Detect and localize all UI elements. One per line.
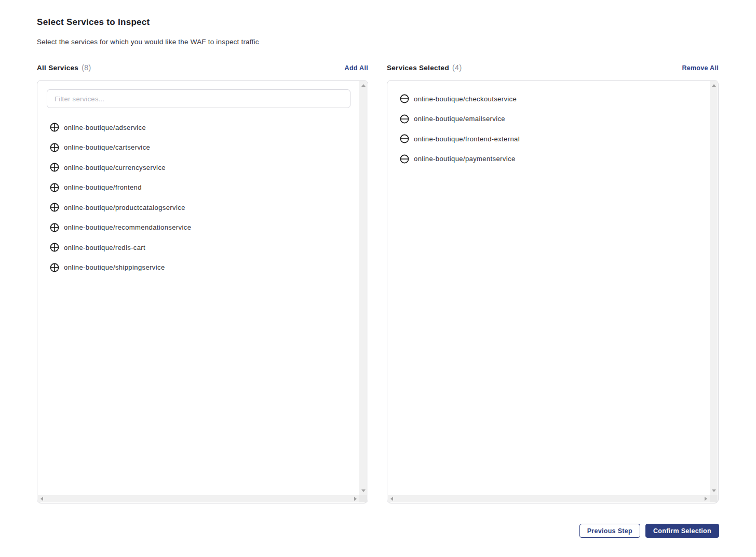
vertical-scrollbar[interactable] — [359, 81, 367, 495]
service-row[interactable]: online-boutique/frontend — [37, 178, 360, 198]
wizard-footer: Previous Step Confirm Selection — [37, 524, 719, 538]
all-services-list: online-boutique/adservice online-boutiqu… — [37, 117, 360, 277]
all-services-panel: online-boutique/adservice online-boutiqu… — [37, 80, 368, 503]
selected-services-panel-content: online-boutique/checkoutservice online-b… — [387, 81, 710, 496]
plus-circle-icon[interactable] — [50, 163, 59, 172]
add-all-link[interactable]: Add All — [345, 64, 368, 72]
all-services-header: All Services(8) Add All — [37, 63, 368, 72]
selected-services-header: Services Selected(4) Remove All — [387, 63, 719, 72]
service-row[interactable]: online-boutique/currencyservice — [37, 157, 360, 178]
dual-list-picker: All Services(8) Add All Services Selecte… — [37, 63, 719, 503]
horizontal-scrollbar[interactable] — [38, 495, 359, 502]
service-row[interactable]: online-boutique/cartservice — [37, 138, 360, 158]
all-services-label: All Services — [37, 64, 78, 72]
service-name: online-boutique/checkoutservice — [414, 95, 517, 103]
service-name: online-boutique/adservice — [64, 124, 146, 131]
scroll-down-icon[interactable] — [361, 489, 366, 492]
vertical-scrollbar[interactable] — [710, 81, 718, 495]
scroll-right-icon[interactable] — [354, 497, 357, 501]
scroll-left-icon[interactable] — [390, 497, 393, 501]
selected-services-list: online-boutique/checkoutservice online-b… — [387, 89, 710, 169]
plus-circle-icon[interactable] — [50, 143, 59, 152]
service-name: online-boutique/emailservice — [414, 115, 505, 123]
remove-all-link[interactable]: Remove All — [682, 64, 719, 72]
service-row[interactable]: online-boutique/frontend-external — [387, 129, 710, 149]
plus-circle-icon[interactable] — [50, 203, 59, 212]
page-title: Select Services to Inspect — [37, 17, 719, 28]
plus-circle-icon[interactable] — [50, 243, 59, 252]
selected-services-title-group: Services Selected(4) — [387, 63, 462, 72]
service-row[interactable]: online-boutique/adservice — [37, 117, 360, 138]
service-name: online-boutique/cartservice — [64, 143, 150, 151]
minus-circle-icon[interactable] — [400, 94, 409, 103]
scroll-left-icon[interactable] — [40, 497, 43, 501]
service-name: online-boutique/currencyservice — [64, 164, 166, 171]
service-row[interactable]: online-boutique/paymentservice — [387, 149, 710, 169]
scroll-up-icon[interactable] — [361, 84, 366, 87]
service-name: online-boutique/paymentservice — [414, 155, 516, 163]
service-name: online-boutique/redis-cart — [64, 244, 145, 251]
plus-circle-icon[interactable] — [50, 123, 59, 132]
selected-services-count: (4) — [452, 63, 462, 72]
horizontal-scrollbar[interactable] — [388, 495, 710, 502]
service-row[interactable]: online-boutique/productcatalogservice — [37, 197, 360, 218]
minus-circle-icon[interactable] — [400, 114, 409, 124]
service-name: online-boutique/frontend-external — [414, 135, 520, 143]
all-services-count: (8) — [82, 63, 91, 72]
service-row[interactable]: online-boutique/emailservice — [387, 109, 710, 129]
selected-services-panel: online-boutique/checkoutservice online-b… — [387, 80, 719, 503]
plus-circle-icon[interactable] — [50, 223, 59, 232]
service-row[interactable]: online-boutique/redis-cart — [37, 237, 360, 258]
page: Select Services to Inspect Select the se… — [0, 17, 756, 538]
service-name: online-boutique/recommendationservice — [64, 223, 191, 231]
service-row[interactable]: online-boutique/shippingservice — [37, 258, 360, 278]
plus-circle-icon[interactable] — [50, 183, 59, 192]
service-name: online-boutique/frontend — [64, 183, 142, 191]
minus-circle-icon[interactable] — [400, 134, 409, 143]
confirm-selection-button[interactable]: Confirm Selection — [645, 524, 719, 538]
all-services-panel-content: online-boutique/adservice online-boutiqu… — [37, 81, 360, 496]
service-name: online-boutique/productcatalogservice — [64, 204, 185, 211]
previous-step-button[interactable]: Previous Step — [579, 524, 640, 538]
scroll-down-icon[interactable] — [712, 489, 716, 492]
selected-services-label: Services Selected — [387, 64, 449, 72]
service-row[interactable]: online-boutique/recommendationservice — [37, 218, 360, 238]
scrollbar-corner — [359, 495, 367, 502]
filter-services-input[interactable] — [47, 89, 350, 108]
service-row[interactable]: online-boutique/checkoutservice — [387, 89, 710, 109]
service-name: online-boutique/shippingservice — [64, 263, 165, 271]
scroll-up-icon[interactable] — [712, 84, 716, 87]
all-services-title-group: All Services(8) — [37, 63, 91, 72]
page-subtitle: Select the services for which you would … — [37, 38, 719, 46]
scroll-right-icon[interactable] — [705, 497, 707, 501]
scrollbar-corner — [710, 495, 718, 502]
plus-circle-icon[interactable] — [50, 263, 59, 272]
minus-circle-icon[interactable] — [400, 154, 409, 164]
